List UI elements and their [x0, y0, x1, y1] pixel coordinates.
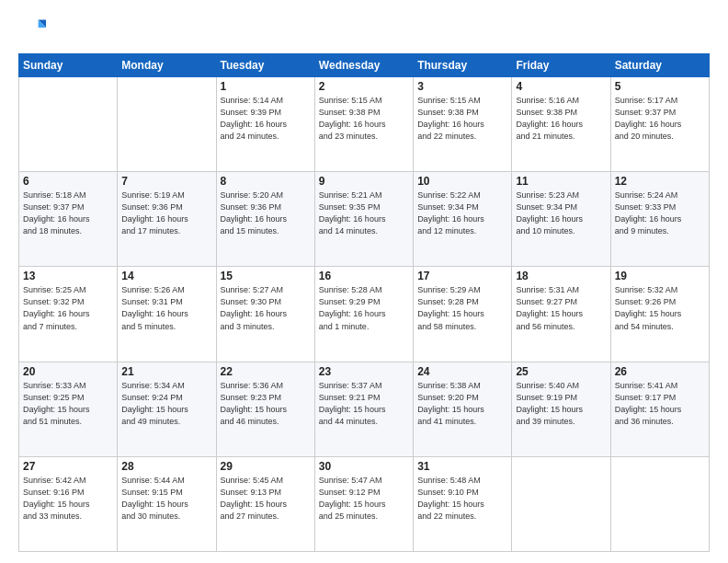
day-info: Sunrise: 5:48 AM Sunset: 9:10 PM Dayligh… [417, 475, 507, 523]
calendar-cell: 29Sunrise: 5:45 AM Sunset: 9:13 PM Dayli… [216, 456, 314, 551]
day-number: 6 [23, 175, 113, 188]
day-info: Sunrise: 5:45 AM Sunset: 9:13 PM Dayligh… [221, 475, 311, 523]
day-info: Sunrise: 5:15 AM Sunset: 9:38 PM Dayligh… [319, 95, 409, 143]
calendar-cell [610, 456, 709, 551]
calendar-cell: 24Sunrise: 5:38 AM Sunset: 9:20 PM Dayli… [414, 362, 512, 456]
day-info: Sunrise: 5:21 AM Sunset: 9:35 PM Dayligh… [319, 190, 409, 237]
calendar-cell: 15Sunrise: 5:27 AM Sunset: 9:30 PM Dayli… [216, 267, 314, 362]
day-info: Sunrise: 5:33 AM Sunset: 9:25 PM Dayligh… [23, 380, 113, 428]
day-number: 12 [615, 175, 705, 188]
day-info: Sunrise: 5:26 AM Sunset: 9:31 PM Dayligh… [121, 284, 211, 332]
calendar-cell: 4Sunrise: 5:16 AM Sunset: 9:38 PM Daylig… [512, 77, 610, 172]
calendar-cell: 2Sunrise: 5:15 AM Sunset: 9:38 PM Daylig… [314, 77, 413, 172]
day-info: Sunrise: 5:22 AM Sunset: 9:34 PM Dayligh… [417, 190, 507, 237]
day-number: 26 [615, 365, 705, 378]
day-number: 27 [23, 460, 113, 473]
day-number: 23 [319, 365, 409, 378]
day-number: 11 [516, 175, 606, 188]
day-info: Sunrise: 5:27 AM Sunset: 9:30 PM Dayligh… [221, 284, 311, 332]
calendar-table: SundayMondayTuesdayWednesdayThursdayFrid… [18, 53, 710, 552]
calendar-cell: 10Sunrise: 5:22 AM Sunset: 9:34 PM Dayli… [414, 172, 512, 267]
logo-icon [20, 15, 46, 40]
calendar-cell: 31Sunrise: 5:48 AM Sunset: 9:10 PM Dayli… [414, 456, 512, 551]
day-info: Sunrise: 5:38 AM Sunset: 9:20 PM Dayligh… [417, 380, 507, 428]
day-info: Sunrise: 5:31 AM Sunset: 9:27 PM Dayligh… [516, 284, 606, 332]
day-info: Sunrise: 5:28 AM Sunset: 9:29 PM Dayligh… [319, 284, 409, 332]
day-number: 2 [319, 80, 409, 93]
day-info: Sunrise: 5:34 AM Sunset: 9:24 PM Dayligh… [121, 380, 211, 428]
day-number: 1 [221, 80, 311, 93]
day-info: Sunrise: 5:41 AM Sunset: 9:17 PM Dayligh… [615, 380, 705, 428]
day-of-week-header: Saturday [610, 54, 709, 77]
day-of-week-header: Wednesday [314, 54, 413, 77]
calendar-week-row: 1Sunrise: 5:14 AM Sunset: 9:39 PM Daylig… [19, 77, 710, 172]
calendar-cell: 28Sunrise: 5:44 AM Sunset: 9:15 PM Dayli… [118, 456, 216, 551]
calendar-cell: 26Sunrise: 5:41 AM Sunset: 9:17 PM Dayli… [610, 362, 709, 456]
calendar-cell: 8Sunrise: 5:20 AM Sunset: 9:36 PM Daylig… [216, 172, 314, 267]
calendar-cell: 25Sunrise: 5:40 AM Sunset: 9:19 PM Dayli… [512, 362, 610, 456]
day-info: Sunrise: 5:17 AM Sunset: 9:37 PM Dayligh… [615, 95, 705, 143]
day-info: Sunrise: 5:32 AM Sunset: 9:26 PM Dayligh… [615, 284, 705, 332]
calendar-cell [512, 456, 610, 551]
calendar-cell: 6Sunrise: 5:18 AM Sunset: 9:37 PM Daylig… [19, 172, 118, 267]
calendar-week-row: 13Sunrise: 5:25 AM Sunset: 9:32 PM Dayli… [19, 267, 710, 362]
day-of-week-header: Tuesday [216, 54, 314, 77]
calendar-cell: 18Sunrise: 5:31 AM Sunset: 9:27 PM Dayli… [512, 267, 610, 362]
calendar-cell: 27Sunrise: 5:42 AM Sunset: 9:16 PM Dayli… [19, 456, 118, 551]
day-info: Sunrise: 5:24 AM Sunset: 9:33 PM Dayligh… [615, 190, 705, 237]
day-number: 18 [516, 270, 606, 282]
day-number: 25 [516, 365, 606, 378]
calendar-cell: 20Sunrise: 5:33 AM Sunset: 9:25 PM Dayli… [19, 362, 118, 456]
day-info: Sunrise: 5:47 AM Sunset: 9:12 PM Dayligh… [319, 475, 409, 523]
header [18, 15, 710, 44]
day-number: 21 [121, 365, 211, 378]
calendar-cell: 3Sunrise: 5:15 AM Sunset: 9:38 PM Daylig… [414, 77, 512, 172]
day-number: 19 [615, 270, 705, 282]
day-number: 10 [417, 175, 507, 188]
day-number: 3 [417, 80, 507, 93]
logo [18, 15, 46, 44]
day-number: 31 [417, 460, 507, 473]
day-info: Sunrise: 5:20 AM Sunset: 9:36 PM Dayligh… [221, 190, 311, 237]
day-info: Sunrise: 5:40 AM Sunset: 9:19 PM Dayligh… [516, 380, 606, 428]
calendar-cell: 7Sunrise: 5:19 AM Sunset: 9:36 PM Daylig… [118, 172, 216, 267]
day-info: Sunrise: 5:18 AM Sunset: 9:37 PM Dayligh… [23, 190, 113, 237]
day-info: Sunrise: 5:44 AM Sunset: 9:15 PM Dayligh… [121, 475, 211, 523]
day-of-week-header: Friday [512, 54, 610, 77]
calendar-cell: 13Sunrise: 5:25 AM Sunset: 9:32 PM Dayli… [19, 267, 118, 362]
calendar-cell: 1Sunrise: 5:14 AM Sunset: 9:39 PM Daylig… [216, 77, 314, 172]
day-info: Sunrise: 5:16 AM Sunset: 9:38 PM Dayligh… [516, 95, 606, 143]
day-of-week-header: Sunday [19, 54, 118, 77]
calendar-cell: 22Sunrise: 5:36 AM Sunset: 9:23 PM Dayli… [216, 362, 314, 456]
calendar-cell: 21Sunrise: 5:34 AM Sunset: 9:24 PM Dayli… [118, 362, 216, 456]
day-number: 30 [319, 460, 409, 473]
calendar-cell: 14Sunrise: 5:26 AM Sunset: 9:31 PM Dayli… [118, 267, 216, 362]
calendar-cell: 17Sunrise: 5:29 AM Sunset: 9:28 PM Dayli… [414, 267, 512, 362]
calendar-cell [118, 77, 216, 172]
day-info: Sunrise: 5:36 AM Sunset: 9:23 PM Dayligh… [221, 380, 311, 428]
calendar-cell: 30Sunrise: 5:47 AM Sunset: 9:12 PM Dayli… [314, 456, 413, 551]
day-number: 20 [23, 365, 113, 378]
day-of-week-header: Monday [118, 54, 216, 77]
day-info: Sunrise: 5:42 AM Sunset: 9:16 PM Dayligh… [23, 475, 113, 523]
day-info: Sunrise: 5:15 AM Sunset: 9:38 PM Dayligh… [417, 95, 507, 143]
day-info: Sunrise: 5:19 AM Sunset: 9:36 PM Dayligh… [121, 190, 211, 237]
calendar-week-row: 20Sunrise: 5:33 AM Sunset: 9:25 PM Dayli… [19, 362, 710, 456]
day-number: 24 [417, 365, 507, 378]
day-of-week-header: Thursday [414, 54, 512, 77]
day-number: 22 [221, 365, 311, 378]
calendar-cell: 11Sunrise: 5:23 AM Sunset: 9:34 PM Dayli… [512, 172, 610, 267]
calendar-cell: 9Sunrise: 5:21 AM Sunset: 9:35 PM Daylig… [314, 172, 413, 267]
calendar-week-row: 6Sunrise: 5:18 AM Sunset: 9:37 PM Daylig… [19, 172, 710, 267]
day-info: Sunrise: 5:29 AM Sunset: 9:28 PM Dayligh… [417, 284, 507, 332]
day-number: 9 [319, 175, 409, 188]
day-number: 7 [121, 175, 211, 188]
day-number: 28 [121, 460, 211, 473]
day-number: 5 [615, 80, 705, 93]
calendar-cell: 23Sunrise: 5:37 AM Sunset: 9:21 PM Dayli… [314, 362, 413, 456]
day-number: 14 [121, 270, 211, 282]
calendar-cell: 5Sunrise: 5:17 AM Sunset: 9:37 PM Daylig… [610, 77, 709, 172]
day-number: 4 [516, 80, 606, 93]
calendar-cell: 19Sunrise: 5:32 AM Sunset: 9:26 PM Dayli… [610, 267, 709, 362]
day-info: Sunrise: 5:25 AM Sunset: 9:32 PM Dayligh… [23, 284, 113, 332]
